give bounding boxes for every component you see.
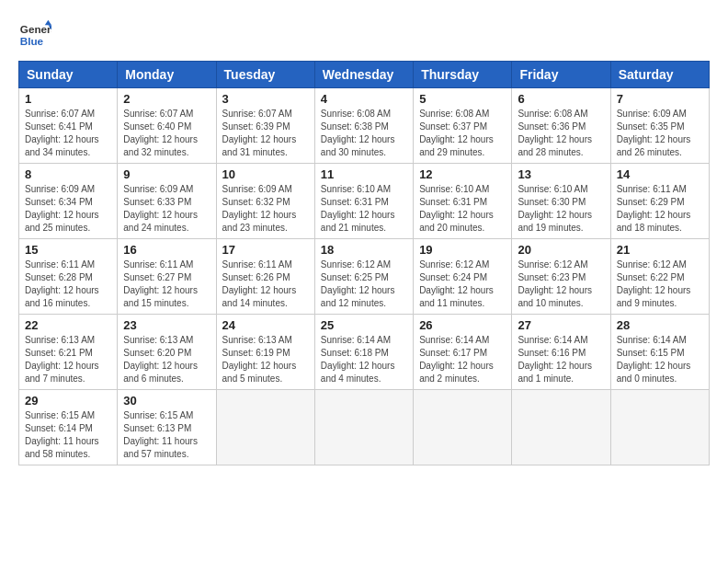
calendar-cell: 23Sunrise: 6:13 AM Sunset: 6:20 PM Dayli… — [118, 315, 216, 390]
day-details: Sunrise: 6:09 AM Sunset: 6:35 PM Dayligh… — [617, 108, 703, 159]
day-number: 1 — [25, 92, 111, 106]
week-row-3: 15Sunrise: 6:11 AM Sunset: 6:28 PM Dayli… — [19, 239, 710, 315]
calendar-cell: 17Sunrise: 6:11 AM Sunset: 6:26 PM Dayli… — [216, 239, 314, 315]
week-row-5: 29Sunrise: 6:15 AM Sunset: 6:14 PM Dayli… — [19, 390, 710, 465]
day-number: 26 — [419, 318, 506, 332]
calendar-cell: 8Sunrise: 6:09 AM Sunset: 6:34 PM Daylig… — [19, 164, 118, 239]
day-details: Sunrise: 6:14 AM Sunset: 6:15 PM Dayligh… — [617, 334, 703, 385]
day-details: Sunrise: 6:08 AM Sunset: 6:38 PM Dayligh… — [321, 108, 407, 159]
day-details: Sunrise: 6:15 AM Sunset: 6:14 PM Dayligh… — [25, 409, 111, 461]
calendar-cell: 12Sunrise: 6:10 AM Sunset: 6:31 PM Dayli… — [414, 164, 512, 239]
day-details: Sunrise: 6:12 AM Sunset: 6:25 PM Dayligh… — [321, 259, 407, 310]
day-number: 27 — [518, 318, 604, 332]
calendar-cell: 20Sunrise: 6:12 AM Sunset: 6:23 PM Dayli… — [512, 239, 610, 315]
week-row-1: 1Sunrise: 6:07 AM Sunset: 6:41 PM Daylig… — [19, 88, 710, 164]
day-details: Sunrise: 6:08 AM Sunset: 6:37 PM Dayligh… — [419, 108, 506, 159]
calendar-cell: 5Sunrise: 6:08 AM Sunset: 6:37 PM Daylig… — [414, 88, 512, 164]
day-details: Sunrise: 6:10 AM Sunset: 6:31 PM Dayligh… — [419, 183, 506, 235]
day-details: Sunrise: 6:15 AM Sunset: 6:13 PM Dayligh… — [123, 409, 210, 461]
day-number: 19 — [419, 243, 506, 257]
calendar-cell: 26Sunrise: 6:14 AM Sunset: 6:17 PM Dayli… — [414, 315, 512, 390]
day-number: 25 — [321, 318, 407, 332]
calendar-cell: 3Sunrise: 6:07 AM Sunset: 6:39 PM Daylig… — [216, 88, 314, 164]
calendar-cell: 13Sunrise: 6:10 AM Sunset: 6:30 PM Dayli… — [512, 164, 610, 239]
svg-text:Blue: Blue — [20, 35, 44, 47]
day-number: 30 — [123, 394, 210, 408]
day-details: Sunrise: 6:11 AM Sunset: 6:28 PM Dayligh… — [25, 259, 111, 310]
calendar-cell: 11Sunrise: 6:10 AM Sunset: 6:31 PM Dayli… — [314, 164, 413, 239]
day-number: 6 — [518, 92, 604, 106]
calendar-cell: 19Sunrise: 6:12 AM Sunset: 6:24 PM Dayli… — [414, 239, 512, 315]
day-details: Sunrise: 6:07 AM Sunset: 6:41 PM Dayligh… — [25, 108, 111, 159]
day-details: Sunrise: 6:12 AM Sunset: 6:22 PM Dayligh… — [617, 259, 703, 310]
day-details: Sunrise: 6:08 AM Sunset: 6:36 PM Dayligh… — [518, 108, 604, 159]
day-details: Sunrise: 6:14 AM Sunset: 6:17 PM Dayligh… — [419, 334, 506, 385]
calendar-cell — [414, 390, 512, 465]
day-details: Sunrise: 6:09 AM Sunset: 6:33 PM Dayligh… — [123, 183, 210, 235]
day-number: 29 — [25, 394, 111, 408]
day-header-thursday: Thursday — [414, 62, 512, 88]
day-details: Sunrise: 6:09 AM Sunset: 6:32 PM Dayligh… — [222, 183, 309, 235]
day-details: Sunrise: 6:07 AM Sunset: 6:40 PM Dayligh… — [123, 108, 210, 159]
calendar-cell: 10Sunrise: 6:09 AM Sunset: 6:32 PM Dayli… — [216, 164, 314, 239]
day-header-sunday: Sunday — [19, 62, 118, 88]
day-header-monday: Monday — [118, 62, 216, 88]
calendar-cell: 18Sunrise: 6:12 AM Sunset: 6:25 PM Dayli… — [314, 239, 413, 315]
day-number: 17 — [222, 243, 309, 257]
calendar-cell: 25Sunrise: 6:14 AM Sunset: 6:18 PM Dayli… — [314, 315, 413, 390]
day-details: Sunrise: 6:11 AM Sunset: 6:26 PM Dayligh… — [222, 259, 309, 310]
day-number: 4 — [321, 92, 407, 106]
day-number: 18 — [321, 243, 407, 257]
calendar-cell — [216, 390, 314, 465]
page-header: General Blue — [18, 18, 710, 52]
day-number: 2 — [123, 92, 210, 106]
logo: General Blue — [18, 18, 55, 52]
day-details: Sunrise: 6:09 AM Sunset: 6:34 PM Dayligh… — [25, 183, 111, 235]
day-number: 20 — [518, 243, 604, 257]
day-header-wednesday: Wednesday — [314, 62, 413, 88]
day-details: Sunrise: 6:13 AM Sunset: 6:19 PM Dayligh… — [222, 334, 309, 385]
calendar-cell — [610, 390, 709, 465]
day-number: 12 — [419, 167, 506, 181]
calendar-cell: 9Sunrise: 6:09 AM Sunset: 6:33 PM Daylig… — [118, 164, 216, 239]
day-details: Sunrise: 6:10 AM Sunset: 6:30 PM Dayligh… — [518, 183, 604, 235]
day-number: 7 — [617, 92, 703, 106]
day-details: Sunrise: 6:07 AM Sunset: 6:39 PM Dayligh… — [222, 108, 309, 159]
day-number: 8 — [25, 167, 111, 181]
day-details: Sunrise: 6:12 AM Sunset: 6:24 PM Dayligh… — [419, 259, 506, 310]
day-number: 16 — [123, 243, 210, 257]
day-details: Sunrise: 6:12 AM Sunset: 6:23 PM Dayligh… — [518, 259, 604, 310]
calendar-cell: 6Sunrise: 6:08 AM Sunset: 6:36 PM Daylig… — [512, 88, 610, 164]
day-number: 23 — [123, 318, 210, 332]
calendar-cell: 27Sunrise: 6:14 AM Sunset: 6:16 PM Dayli… — [512, 315, 610, 390]
day-number: 5 — [419, 92, 506, 106]
header-row: SundayMondayTuesdayWednesdayThursdayFrid… — [19, 62, 710, 88]
calendar-cell: 24Sunrise: 6:13 AM Sunset: 6:19 PM Dayli… — [216, 315, 314, 390]
day-details: Sunrise: 6:14 AM Sunset: 6:18 PM Dayligh… — [321, 334, 407, 385]
day-number: 15 — [25, 243, 111, 257]
day-number: 11 — [321, 167, 407, 181]
week-row-4: 22Sunrise: 6:13 AM Sunset: 6:21 PM Dayli… — [19, 315, 710, 390]
day-header-friday: Friday — [512, 62, 610, 88]
day-details: Sunrise: 6:14 AM Sunset: 6:16 PM Dayligh… — [518, 334, 604, 385]
day-number: 14 — [617, 167, 703, 181]
calendar-cell: 2Sunrise: 6:07 AM Sunset: 6:40 PM Daylig… — [118, 88, 216, 164]
calendar-cell: 30Sunrise: 6:15 AM Sunset: 6:13 PM Dayli… — [118, 390, 216, 465]
calendar-cell: 21Sunrise: 6:12 AM Sunset: 6:22 PM Dayli… — [610, 239, 709, 315]
day-number: 24 — [222, 318, 309, 332]
calendar-cell: 16Sunrise: 6:11 AM Sunset: 6:27 PM Dayli… — [118, 239, 216, 315]
day-header-saturday: Saturday — [610, 62, 709, 88]
week-row-2: 8Sunrise: 6:09 AM Sunset: 6:34 PM Daylig… — [19, 164, 710, 239]
day-number: 10 — [222, 167, 309, 181]
calendar-cell: 7Sunrise: 6:09 AM Sunset: 6:35 PM Daylig… — [610, 88, 709, 164]
logo-icon: General Blue — [18, 18, 51, 52]
day-number: 13 — [518, 167, 604, 181]
day-details: Sunrise: 6:11 AM Sunset: 6:27 PM Dayligh… — [123, 259, 210, 310]
day-number: 22 — [25, 318, 111, 332]
calendar-cell — [512, 390, 610, 465]
calendar-cell: 22Sunrise: 6:13 AM Sunset: 6:21 PM Dayli… — [19, 315, 118, 390]
calendar-cell: 15Sunrise: 6:11 AM Sunset: 6:28 PM Dayli… — [19, 239, 118, 315]
calendar-cell: 4Sunrise: 6:08 AM Sunset: 6:38 PM Daylig… — [314, 88, 413, 164]
day-details: Sunrise: 6:13 AM Sunset: 6:20 PM Dayligh… — [123, 334, 210, 385]
day-number: 9 — [123, 167, 210, 181]
